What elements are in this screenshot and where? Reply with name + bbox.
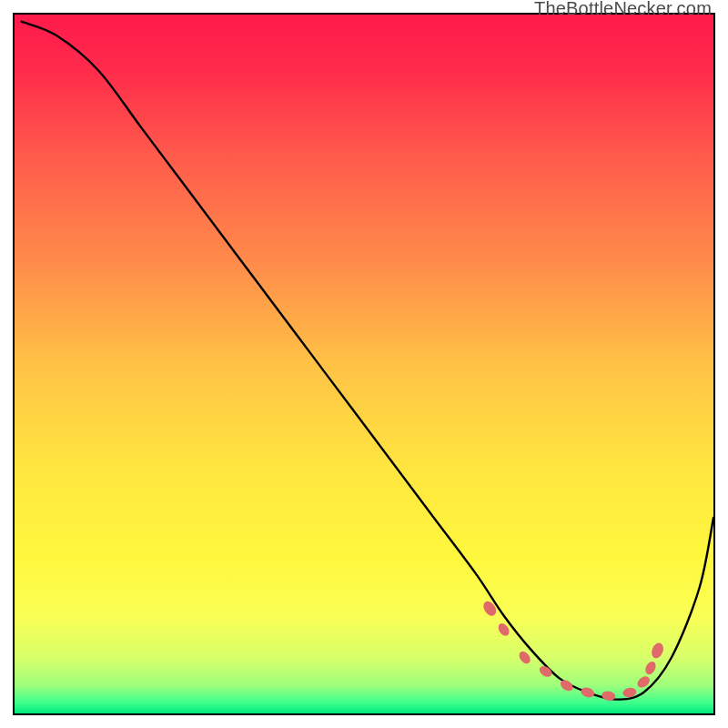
gradient-background [15, 15, 713, 713]
watermark-text: TheBottleNecker.com [534, 0, 712, 19]
svg-rect-0 [15, 15, 713, 713]
chart-frame [13, 13, 715, 715]
plot-area [15, 15, 713, 713]
